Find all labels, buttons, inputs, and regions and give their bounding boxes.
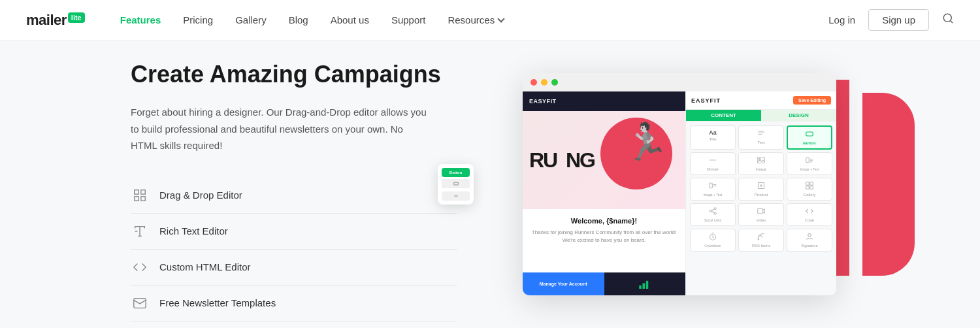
login-link[interactable]: Log in — [828, 14, 855, 25]
feature-item-rich-text: Rich Text Editor — [131, 214, 457, 250]
tab-design[interactable]: DESIGN — [761, 110, 836, 121]
float-sub-2 — [442, 191, 470, 201]
block-image[interactable]: Image — [738, 152, 784, 175]
dot-red — [531, 79, 537, 86]
block-social-icon — [709, 207, 717, 217]
block-product-icon — [757, 182, 765, 191]
grid-icon — [131, 186, 149, 205]
svg-point-34 — [714, 208, 716, 210]
svg-rect-33 — [810, 186, 813, 189]
svg-rect-16 — [806, 132, 813, 136]
email-header-bar: EASYFIT — [523, 91, 685, 111]
svg-rect-24 — [710, 183, 713, 188]
hero-description: Forget about hiring a designer. Our Drag… — [131, 104, 431, 154]
svg-rect-11 — [642, 283, 645, 289]
editor-blocks: Aa Title Text — [686, 122, 836, 255]
block-button-icon — [806, 130, 813, 140]
feature-item-templates: Free Newsletter Templates — [131, 286, 457, 321]
block-gallery[interactable]: Gallery — [787, 178, 832, 201]
signup-button[interactable]: Sign up — [868, 9, 929, 31]
svg-rect-4 — [135, 197, 139, 201]
block-code-icon — [806, 207, 813, 217]
block-text[interactable]: Text — [738, 125, 784, 150]
dot-green — [551, 79, 558, 86]
block-title[interactable]: Aa Title — [690, 125, 736, 150]
block-video-icon — [757, 207, 765, 217]
block-image-text[interactable]: Image + Text — [787, 152, 832, 175]
logo[interactable]: mailer lite — [26, 12, 85, 29]
email-preview-panel: EASYFIT RU NG 🏃 Welcome, {$name}! Thanks… — [523, 91, 686, 295]
email-hero-image: RU NG 🏃 — [523, 111, 685, 209]
email-body-para: Thanks for joining Runners Community fro… — [531, 229, 678, 244]
app-name-label: EASYFIT — [529, 98, 557, 105]
feature-label-html: Custom HTML Editor — [159, 261, 250, 272]
nav-links: Features Pricing Gallery Blog About us S… — [111, 9, 829, 31]
code-icon — [131, 258, 149, 276]
runner-figure: 🏃 — [624, 124, 669, 160]
block-signature-icon — [806, 233, 813, 242]
nav-link-pricing[interactable]: Pricing — [174, 9, 222, 31]
block-image-text-2[interactable]: Image + Text — [690, 178, 736, 201]
svg-rect-44 — [453, 182, 458, 185]
svg-point-43 — [808, 234, 811, 237]
logo-badge: lite — [68, 12, 85, 23]
mail-icon — [131, 294, 149, 312]
editor-top-bar: EASYFIT Save Editing — [686, 91, 836, 110]
block-text-icon — [757, 129, 765, 139]
block-code[interactable]: Code — [787, 203, 832, 226]
svg-rect-3 — [141, 190, 145, 194]
block-divider[interactable]: Divider — [690, 152, 736, 175]
runner-text: RU NG — [529, 148, 595, 172]
editor-panel: EASYFIT Save Editing CONTENT DESIGN Aa T… — [686, 91, 836, 295]
feature-label-rich-text: Rich Text Editor — [159, 225, 228, 237]
block-countdown-icon — [709, 233, 717, 242]
svg-rect-30 — [806, 182, 809, 186]
block-social[interactable]: Social Links — [690, 203, 736, 226]
svg-point-35 — [714, 212, 716, 214]
nav-right: Log in Sign up — [828, 9, 954, 31]
svg-line-38 — [711, 211, 715, 213]
svg-rect-32 — [806, 186, 809, 189]
nav-link-support[interactable]: Support — [382, 9, 435, 31]
blob-left — [862, 93, 915, 276]
cta-stats — [604, 272, 686, 295]
block-countdown[interactable]: Countdown — [690, 229, 736, 252]
hero-title: Create Amazing Campaigns — [131, 60, 457, 88]
save-editing-btn[interactable]: Save Editing — [793, 96, 831, 105]
nav-link-features[interactable]: Features — [111, 9, 171, 31]
search-icon[interactable] — [942, 12, 954, 27]
svg-rect-20 — [806, 157, 809, 163]
svg-rect-2 — [135, 190, 139, 194]
nav-link-blog[interactable]: Blog — [280, 9, 318, 31]
block-video[interactable]: Video — [738, 203, 784, 226]
feature-label-drag-drop: Drag & Drop Editor — [159, 189, 242, 201]
block-image-text-2-icon — [709, 182, 717, 191]
block-image-icon — [757, 156, 765, 166]
block-product[interactable]: Product — [738, 178, 784, 201]
dot-yellow — [541, 79, 547, 86]
svg-line-1 — [950, 20, 952, 22]
svg-rect-5 — [141, 197, 145, 201]
block-signature[interactable]: Signature — [787, 229, 832, 252]
block-button[interactable]: Button — [787, 125, 832, 150]
browser-content: EASYFIT RU NG 🏃 Welcome, {$name}! Thanks… — [523, 91, 836, 295]
email-cta-bar: Manage Your Account — [523, 272, 685, 295]
editor-tabs: CONTENT DESIGN — [686, 110, 836, 122]
block-rss[interactable]: RSS Items — [738, 229, 784, 252]
main-section: Create Amazing Campaigns Forget about hi… — [0, 41, 980, 328]
block-divider-icon — [709, 156, 717, 166]
nav-link-gallery[interactable]: Gallery — [226, 9, 276, 31]
svg-rect-31 — [810, 182, 813, 186]
tab-content[interactable]: CONTENT — [686, 110, 761, 121]
nav-link-about[interactable]: About us — [321, 9, 378, 31]
feature-list: Drag & Drop Editor Rich Text Editor — [131, 178, 457, 321]
float-sub-1 — [442, 179, 470, 188]
feature-item-drag-drop: Drag & Drop Editor — [131, 178, 457, 214]
text-icon — [131, 222, 149, 240]
nav-link-resources[interactable]: Resources — [438, 9, 513, 31]
chevron-down-icon — [497, 15, 504, 22]
browser-mockup: EASYFIT RU NG 🏃 Welcome, {$name}! Thanks… — [523, 73, 836, 295]
svg-rect-12 — [646, 280, 649, 288]
svg-rect-10 — [639, 285, 642, 288]
block-image-text-icon — [806, 156, 813, 166]
